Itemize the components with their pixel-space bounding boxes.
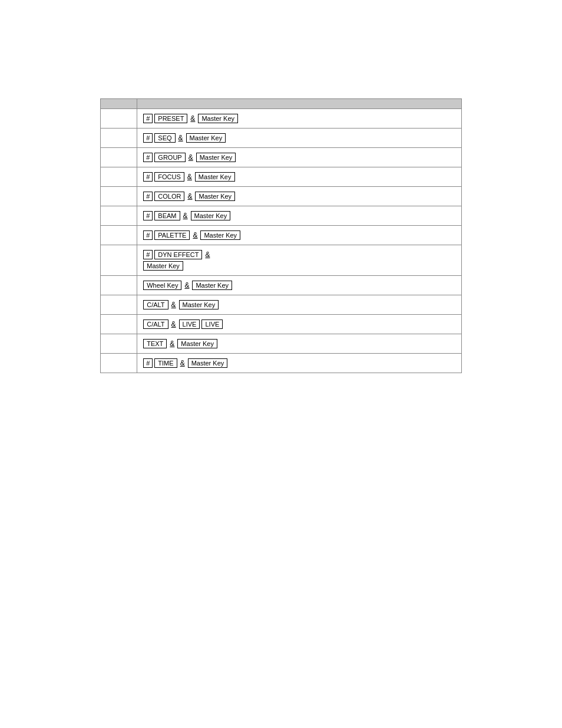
key-combo: #PRESET&Master Key [143, 114, 455, 123]
shortcut-cell: #FOCUS&Master Key [137, 167, 462, 187]
table-row: Wheel Key&Master Key [101, 276, 462, 295]
key-combo: #COLOR&Master Key [143, 192, 455, 201]
key-badge: # [143, 153, 153, 162]
description-cell [101, 187, 137, 206]
key-badge: Master Key [198, 114, 238, 123]
key-badge: # [143, 250, 153, 259]
key-combo: #TIME&Master Key [143, 358, 455, 368]
key-badge: C/ALT [143, 319, 168, 329]
amp-symbol: & [171, 320, 176, 328]
shortcut-cell: Wheel Key&Master Key [137, 276, 462, 295]
amp-symbol: & [171, 301, 176, 309]
table-header-row [101, 99, 462, 109]
amp-symbol: & [178, 134, 183, 142]
key-badge: C/ALT [143, 300, 168, 309]
amp-symbol: & [170, 340, 174, 348]
key-combo: #FOCUS&Master Key [143, 172, 455, 182]
table-row: #DYN EFFECT&Master Key [101, 245, 462, 276]
key-badge: # [143, 133, 153, 143]
key-badge: Master Key [188, 358, 228, 368]
amp-symbol: & [184, 281, 189, 289]
key-badge: Master Key [192, 281, 232, 290]
key-badge: Master Key [186, 133, 226, 143]
key-combo: C/ALT&Master Key [143, 300, 455, 309]
key-badge: COLOR [154, 192, 184, 201]
table-row: #GROUP&Master Key [101, 148, 462, 167]
description-cell [101, 276, 137, 295]
key-badge: Master Key [196, 153, 236, 162]
table-row: #COLOR&Master Key [101, 187, 462, 206]
shortcut-cell: TEXT&Master Key [137, 334, 462, 354]
key-badge: # [143, 172, 153, 182]
key-combo-live: C/ALT&LIVELIVE [143, 319, 455, 329]
amp-symbol: & [190, 114, 195, 123]
table-row: #PALETTE&Master Key [101, 226, 462, 245]
shortcut-cell: C/ALT&LIVELIVE [137, 315, 462, 334]
table-row: #SEQ&Master Key [101, 129, 462, 148]
key-badge: Wheel Key [143, 281, 181, 290]
amp-symbol: & [180, 359, 185, 367]
description-cell [101, 315, 137, 334]
description-cell [101, 148, 137, 167]
key-badge: Master Key [200, 230, 240, 240]
amp-symbol: & [193, 231, 197, 239]
key-combo-line1: #DYN EFFECT& [143, 250, 455, 259]
col-header-right [137, 99, 462, 109]
key-badge: Master Key [195, 192, 235, 201]
description-cell [101, 295, 137, 315]
key-badge: Master Key [177, 339, 217, 348]
amp-symbol: & [205, 251, 210, 259]
description-cell [101, 206, 137, 226]
key-combo: #BEAM&Master Key [143, 211, 455, 220]
table-row: C/ALT&Master Key [101, 295, 462, 315]
key-badge: # [143, 211, 153, 220]
shortcut-cell: C/ALT&Master Key [137, 295, 462, 315]
shortcut-cell: #PALETTE&Master Key [137, 226, 462, 245]
table-row: #FOCUS&Master Key [101, 167, 462, 187]
key-badge: # [143, 114, 153, 123]
key-combo-line2: Master Key [143, 261, 455, 271]
key-combo: #GROUP&Master Key [143, 153, 455, 162]
table-row: C/ALT&LIVELIVE [101, 315, 462, 334]
key-badge: SEQ [154, 133, 175, 143]
amp-symbol: & [189, 153, 193, 162]
shortcut-cell: #GROUP&Master Key [137, 148, 462, 167]
key-badge: Master Key [143, 261, 183, 271]
key-combo: #PALETTE&Master Key [143, 230, 455, 240]
key-badge: LIVE [179, 319, 200, 329]
description-cell [101, 245, 137, 276]
key-badge: Master Key [195, 172, 235, 182]
shortcut-table: #PRESET&Master Key#SEQ&Master Key#GROUP&… [100, 98, 462, 373]
key-combo: Wheel Key&Master Key [143, 281, 455, 290]
key-badge: PRESET [154, 114, 187, 123]
key-badge: # [143, 358, 153, 368]
description-cell [101, 226, 137, 245]
key-combo-wrapped: #DYN EFFECT&Master Key [143, 250, 455, 271]
key-combo-text-master: TEXT&Master Key [143, 339, 455, 348]
key-badge: GROUP [154, 153, 185, 162]
description-cell [101, 354, 137, 373]
description-cell [101, 167, 137, 187]
shortcut-cell: #DYN EFFECT&Master Key [137, 245, 462, 276]
table-row: #BEAM&Master Key [101, 206, 462, 226]
key-badge: TIME [154, 358, 177, 368]
key-badge: Master Key [191, 211, 231, 220]
col-header-left [101, 99, 137, 109]
key-badge: FOCUS [154, 172, 184, 182]
table-row: TEXT&Master Key [101, 334, 462, 354]
table-wrapper: #PRESET&Master Key#SEQ&Master Key#GROUP&… [100, 98, 462, 373]
key-badge: LIVE [201, 319, 223, 329]
table-row: #TIME&Master Key [101, 354, 462, 373]
description-cell [101, 129, 137, 148]
shortcut-cell: #TIME&Master Key [137, 354, 462, 373]
description-cell [101, 109, 137, 129]
shortcut-cell: #BEAM&Master Key [137, 206, 462, 226]
key-badge: TEXT [143, 339, 167, 348]
key-badge: Master Key [179, 300, 219, 309]
key-badge: BEAM [154, 211, 180, 220]
table-row: #PRESET&Master Key [101, 109, 462, 129]
amp-symbol: & [187, 173, 192, 181]
key-badge: PALETTE [154, 230, 190, 240]
key-combo: #SEQ&Master Key [143, 133, 455, 143]
key-badge: DYN EFFECT [154, 250, 202, 259]
